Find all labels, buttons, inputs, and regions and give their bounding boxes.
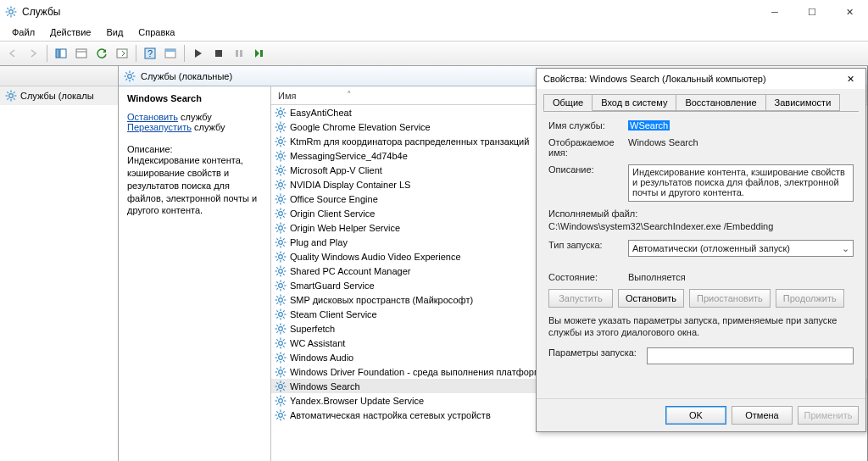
ok-button[interactable]: OK: [665, 406, 726, 425]
gear-icon: [275, 337, 287, 349]
gear-icon: [275, 164, 287, 176]
service-row-label: SmartGuard Service: [290, 280, 375, 291]
close-button[interactable]: ✕: [831, 0, 868, 24]
service-row-label: SMP дисковых пространств (Майкрософт): [290, 295, 473, 305]
dialog-tab-general[interactable]: Общие: [543, 94, 593, 111]
service-row-label: Shared PC Account Manager: [290, 266, 410, 276]
gear-icon: [275, 395, 287, 407]
label-state: Состояние:: [548, 272, 623, 282]
stop-button[interactable]: Остановить: [618, 289, 684, 308]
tree-item-services[interactable]: Службы (локалы: [0, 86, 118, 105]
window-titlebar: Службы ─ ☐ ✕: [0, 0, 868, 24]
svg-rect-18: [215, 50, 222, 57]
properties-dialog: Свойства: Windows Search (Локальный комп…: [536, 68, 866, 432]
minimize-button[interactable]: ─: [756, 0, 793, 24]
service-row-label: KtmRm для координатора распределенных тр…: [290, 136, 529, 147]
service-row-label: Yandex.Browser Update Service: [290, 396, 424, 406]
back-button[interactable]: [3, 44, 22, 63]
service-row-label: EasyAntiCheat: [290, 108, 352, 118]
restart-service-button[interactable]: [250, 44, 269, 63]
service-row-label: Plug and Play: [290, 237, 348, 247]
dialog-tab-recovery[interactable]: Восстановление: [676, 94, 765, 111]
gear-icon: [275, 380, 287, 392]
gear-icon: [275, 222, 287, 234]
service-row-label: Автоматическая настройка сетевых устройс…: [290, 410, 491, 420]
toolbar-extra-button[interactable]: [161, 44, 180, 63]
svg-rect-11: [76, 49, 86, 58]
cancel-button[interactable]: Отмена: [732, 406, 793, 425]
chevron-down-icon: ⌄: [842, 243, 849, 254]
gear-icon: [275, 308, 287, 320]
gear-icon: [5, 6, 17, 18]
stop-service-button[interactable]: [209, 44, 228, 63]
label-executable: Исполняемый файл:: [548, 208, 637, 219]
menu-action[interactable]: Действие: [43, 25, 97, 39]
service-row-label: Google Chrome Elevation Service: [290, 122, 431, 132]
svg-rect-9: [56, 49, 59, 58]
service-row-label: Microsoft App-V Client: [290, 165, 382, 175]
maximize-button[interactable]: ☐: [793, 0, 831, 24]
gear-icon: [275, 150, 287, 162]
value-executable: C:\Windows\system32\SearchIndexer.exe /E…: [548, 221, 773, 231]
gear-icon: [275, 265, 287, 277]
svg-rect-21: [260, 50, 263, 57]
menu-file[interactable]: Файл: [5, 25, 42, 39]
gear-icon: [275, 294, 287, 306]
start-params-input[interactable]: [647, 347, 854, 364]
svg-rect-19: [236, 50, 238, 57]
dialog-close-button[interactable]: ✕: [840, 70, 860, 87]
gear-icon: [5, 90, 17, 102]
menu-view[interactable]: Вид: [99, 25, 130, 39]
show-hide-tree-button[interactable]: [52, 44, 70, 63]
value-state: Выполняется: [628, 272, 854, 282]
selected-service-name: Windows Search: [127, 93, 262, 103]
export-button[interactable]: [113, 44, 131, 63]
service-row-label: Quality Windows Audio Video Experience: [290, 252, 461, 262]
svg-rect-10: [60, 49, 66, 58]
service-row-label: Origin Web Helper Service: [290, 223, 400, 233]
value-service-id[interactable]: WSearch: [628, 120, 670, 131]
pause-button[interactable]: Приостановить: [689, 289, 771, 308]
gear-icon: [275, 107, 287, 119]
service-row-label: Windows Driver Foundation - среда выполн…: [290, 367, 559, 377]
stop-link[interactable]: Остановить: [127, 112, 178, 122]
dialog-tab-dependencies[interactable]: Зависимости: [765, 94, 841, 111]
startup-type-dropdown[interactable]: Автоматически (отложенный запуск) ⌄: [628, 240, 854, 257]
toolbar: ?: [0, 41, 868, 66]
description-text: Индексирование контента, кэширование сво…: [127, 154, 262, 217]
gear-icon: [275, 193, 287, 205]
start-service-button[interactable]: [189, 44, 208, 63]
svg-text:?: ?: [147, 48, 153, 58]
svg-rect-17: [165, 49, 175, 52]
gear-icon: [275, 179, 287, 191]
label-description: Описание:: [548, 164, 623, 175]
menu-help[interactable]: Справка: [131, 25, 181, 39]
gear-icon: [275, 280, 287, 292]
gear-icon: [124, 70, 136, 82]
gear-icon: [275, 366, 287, 378]
description-label: Описание:: [127, 144, 262, 154]
svg-rect-13: [117, 49, 127, 58]
service-row-label: MessagingService_4d74b4e: [290, 151, 408, 161]
gear-icon: [275, 251, 287, 263]
properties-button[interactable]: [72, 44, 91, 63]
dialog-title: Свойства: Windows Search (Локальный комп…: [543, 74, 840, 84]
service-row-label: Windows Audio: [290, 353, 353, 363]
pause-service-button[interactable]: [230, 44, 248, 63]
start-button[interactable]: Запустить: [548, 289, 613, 308]
label-start-params: Параметры запуска:: [548, 347, 642, 358]
gear-icon: [275, 136, 287, 147]
help-button[interactable]: ?: [141, 44, 159, 63]
restart-link[interactable]: Перезапустить: [127, 122, 192, 132]
service-row-label: NVIDIA Display Container LS: [290, 180, 410, 190]
dialog-tab-logon[interactable]: Вход в систему: [592, 94, 676, 111]
forward-button[interactable]: [24, 44, 42, 63]
value-display-name: Windows Search: [628, 137, 854, 147]
resume-button[interactable]: Продолжить: [776, 289, 844, 308]
apply-button[interactable]: Применить: [798, 406, 859, 425]
value-description[interactable]: Индексирование контента, кэширование сво…: [628, 164, 854, 202]
menubar: Файл Действие Вид Справка: [0, 24, 868, 41]
refresh-button[interactable]: [92, 44, 111, 63]
service-row-label: Windows Search: [290, 381, 360, 392]
startup-params-hint: Вы можете указать параметры запуска, при…: [548, 314, 854, 339]
